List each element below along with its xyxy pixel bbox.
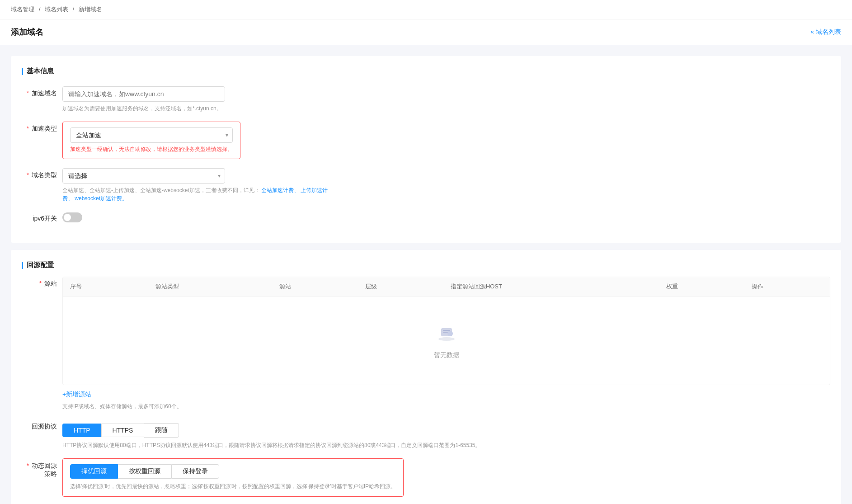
domain-name-input[interactable]	[62, 86, 225, 102]
source-table-container: 序号 源站类型 源站 层级 指定源站回源HOST 权重 操作	[62, 277, 830, 385]
svg-point-0	[438, 337, 455, 341]
ipv6-toggle[interactable]	[62, 212, 82, 222]
basic-info-card: 基本信息 * 加速域名 加速域名为需要使用加速服务的域名，支持泛域名，如*.ct…	[11, 56, 841, 243]
toggle-slider	[62, 212, 82, 222]
protocol-http-btn[interactable]: HTTP	[62, 424, 101, 437]
strategy-box: 择优回源 按权重回源 保持登录 选择'择优回源'时，优先回最快的源站，忽略权重；…	[62, 458, 404, 497]
breadcrumb-sep-2: /	[72, 6, 75, 13]
strategy-button-group: 择优回源 按权重回源 保持登录	[70, 464, 396, 479]
back-config-card: 回源配置 * 源站 序号 源站类型 源站 层级	[11, 250, 841, 504]
col-level: 层级	[358, 277, 443, 297]
domain-type-field: 请选择 全站加速 全站加速-上传加速 全站加速-websocket加速 ▾ 全站…	[62, 168, 334, 203]
svg-rect-3	[443, 332, 448, 333]
back-link[interactable]: « 域名列表	[810, 28, 841, 36]
required-star-3: *	[27, 171, 29, 179]
main-content: 基本信息 * 加速域名 加速域名为需要使用加速服务的域名，支持泛域名，如*.ct…	[0, 45, 852, 504]
protocol-https-btn[interactable]: HTTPS	[101, 424, 145, 437]
strategy-row: * 动态回源策略 择优回源 按权重回源 保持登录 选择'择优回源'时，优先回最快…	[22, 458, 830, 497]
strategy-field: 择优回源 按权重回源 保持登录 选择'择优回源'时，优先回最快的源站，忽略权重；…	[62, 458, 830, 497]
empty-cell: 暂无数据	[63, 297, 830, 385]
breadcrumb-item-3: 新增域名	[79, 6, 102, 13]
basic-info-title: 基本信息	[22, 67, 830, 75]
breadcrumb-sep-1: /	[39, 6, 42, 13]
breadcrumb-item-2: 域名列表	[45, 6, 68, 13]
protocol-field: HTTP HTTPS 跟随 HTTP协议回源默认使用80端口，HTTPS协议回源…	[62, 419, 830, 449]
col-seq: 序号	[63, 277, 148, 297]
breadcrumb-item-1: 域名管理	[11, 6, 34, 13]
add-source-link[interactable]: +新增源站	[62, 391, 91, 398]
acceleration-type-field: 全站加速 图片小文件 大文件下载 视频点播 直播 ▾ 加速类型一经确认，无法自助…	[62, 122, 334, 159]
domain-name-hint: 加速域名为需要使用加速服务的域名，支持泛域名，如*.ctyun.cn。	[62, 104, 334, 113]
empty-row: 暂无数据	[63, 297, 830, 385]
full-acceleration-link[interactable]: 全站加速计费、	[261, 187, 299, 193]
protocol-follow-btn[interactable]: 跟随	[144, 423, 179, 438]
websocket-acceleration-link[interactable]: websocket加速计费。	[75, 195, 127, 202]
required-star: *	[27, 89, 29, 97]
source-table-field: 序号 源站类型 源站 层级 指定源站回源HOST 权重 操作	[62, 277, 830, 410]
svg-rect-2	[443, 330, 450, 331]
col-weight: 权重	[659, 277, 744, 297]
acceleration-type-row: * 加速类型 全站加速 图片小文件 大文件下载 视频点播 直播 ▾	[22, 122, 830, 159]
acceleration-type-label: * 加速类型	[22, 122, 62, 133]
protocol-row: 回源协议 HTTP HTTPS 跟随 HTTP协议回源默认使用80端口，HTTP…	[22, 419, 830, 449]
col-action: 操作	[744, 277, 830, 297]
protocol-button-group: HTTP HTTPS 跟随	[62, 423, 830, 438]
acceleration-type-select[interactable]: 全站加速 图片小文件 大文件下载 视频点播 直播	[70, 127, 233, 143]
strategy-hint: 选择'择优回源'时，优先回最快的源站，忽略权重；选择'按权重回源'时，按照配置的…	[70, 482, 396, 491]
required-star-5: *	[27, 462, 29, 469]
breadcrumb: 域名管理 / 域名列表 / 新增域名	[0, 0, 852, 19]
domain-name-field: 加速域名为需要使用加速服务的域名，支持泛域名，如*.ctyun.cn。	[62, 86, 334, 113]
strategy-label: * 动态回源策略	[22, 458, 62, 478]
source-label: * 源站	[22, 277, 62, 288]
domain-type-select-wrapper: 请选择 全站加速 全站加速-上传加速 全站加速-websocket加速 ▾	[62, 168, 225, 184]
acceleration-type-highlight: 全站加速 图片小文件 大文件下载 视频点播 直播 ▾ 加速类型一经确认，无法自助…	[62, 122, 240, 159]
col-source: 源站	[272, 277, 358, 297]
protocol-label: 回源协议	[22, 419, 62, 431]
col-host: 指定源站回源HOST	[443, 277, 659, 297]
acceleration-type-warning: 加速类型一经确认，无法自助修改，请根据您的业务类型谨慎选择。	[70, 146, 233, 153]
add-source-hint: 支持IP或域名、媒体存储源站，最多可添加60个。	[62, 402, 830, 410]
domain-type-select[interactable]: 请选择 全站加速 全站加速-上传加速 全站加速-websocket加速	[62, 168, 225, 184]
domain-type-label: * 域名类型	[22, 168, 62, 179]
col-source-type: 源站类型	[148, 277, 272, 297]
domain-type-hint: 全站加速、全站加速-上传加速、全站加速-websocket加速，三者收费不同，详…	[62, 186, 334, 203]
svg-point-4	[447, 331, 453, 336]
empty-text: 暂无数据	[88, 351, 805, 359]
ipv6-label: ipv6开关	[22, 212, 62, 223]
page-header: 添加域名 « 域名列表	[0, 19, 852, 45]
back-config-title: 回源配置	[22, 261, 830, 269]
acceleration-type-select-wrapper: 全站加速 图片小文件 大文件下载 视频点播 直播 ▾	[70, 127, 233, 143]
empty-state: 暂无数据	[70, 304, 823, 377]
protocol-hint: HTTP协议回源默认使用80端口，HTTPS协议回源默认使用443端口，跟随请求…	[62, 441, 830, 449]
empty-icon	[88, 322, 805, 348]
domain-name-row: * 加速域名 加速域名为需要使用加速服务的域名，支持泛域名，如*.ctyun.c…	[22, 86, 830, 113]
source-table: 序号 源站类型 源站 层级 指定源站回源HOST 权重 操作	[63, 277, 830, 385]
required-star-4: *	[39, 280, 42, 287]
strategy-weight-btn[interactable]: 按权重回源	[118, 464, 171, 479]
domain-type-row: * 域名类型 请选择 全站加速 全站加速-上传加速 全站加速-websocket…	[22, 168, 830, 203]
source-table-row: * 源站 序号 源站类型 源站 层级 指定源站回源HOST 权重	[22, 277, 830, 410]
page-title: 添加域名	[11, 27, 43, 38]
required-star-2: *	[27, 125, 29, 132]
strategy-optimal-btn[interactable]: 择优回源	[70, 464, 118, 479]
table-header-row: 序号 源站类型 源站 层级 指定源站回源HOST 权重 操作	[63, 277, 830, 297]
ipv6-row: ipv6开关	[22, 212, 830, 223]
strategy-session-btn[interactable]: 保持登录	[171, 464, 219, 479]
domain-name-label: * 加速域名	[22, 86, 62, 98]
